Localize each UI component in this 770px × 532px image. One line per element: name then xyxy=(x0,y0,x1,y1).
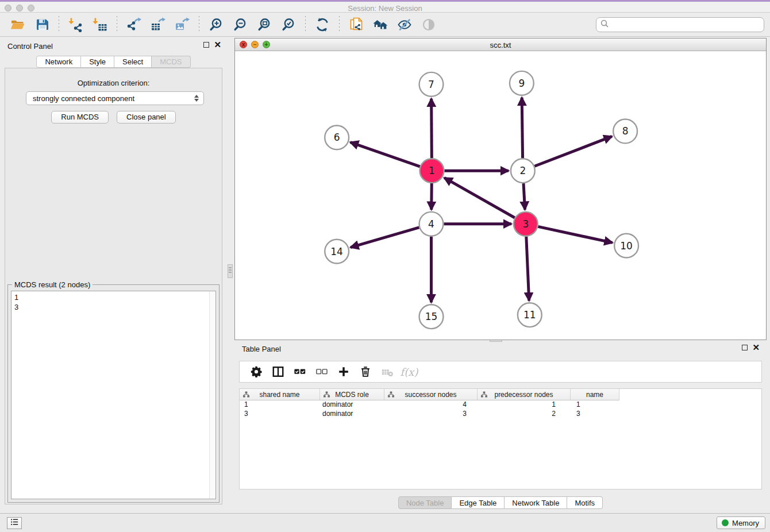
result-scrollbar[interactable] xyxy=(209,291,215,499)
delete-row-icon[interactable] xyxy=(359,365,372,379)
cell-name: 3 xyxy=(571,410,619,419)
zoom-fit-icon[interactable] xyxy=(257,17,272,32)
graph-edge-2-8[interactable] xyxy=(534,136,612,166)
tab-node-table[interactable]: Node Table xyxy=(398,496,452,509)
node-table: shared nameMCDS rolesuccessor nodesprede… xyxy=(239,388,762,489)
graph-node-label: 1 xyxy=(429,165,435,176)
mcds-result-lines: 13 xyxy=(14,292,213,312)
cell-successor-nodes: 4 xyxy=(384,400,478,410)
graph-edge-4-14[interactable] xyxy=(351,228,419,248)
close-panel-icon[interactable]: ✕ xyxy=(214,42,221,48)
close-table-panel-icon[interactable]: ✕ xyxy=(752,345,760,350)
mcds-result-list[interactable]: 13 xyxy=(11,291,216,499)
optimization-criterion-select[interactable]: strongly connected component xyxy=(26,91,204,105)
graph-edge-2-9[interactable] xyxy=(522,98,522,159)
search-box[interactable] xyxy=(596,17,764,32)
table-toolbar: f(x) xyxy=(239,361,762,383)
deselect-all-icon[interactable] xyxy=(315,365,329,379)
zoom-in-icon[interactable] xyxy=(209,17,224,32)
open-session-icon[interactable] xyxy=(10,17,25,32)
cell-predecessor-nodes: 1 xyxy=(478,400,571,410)
optimization-criterion-label: Optimization criterion: xyxy=(5,79,222,87)
graph-node-label: 11 xyxy=(523,309,536,321)
tab-mcds[interactable]: MCDS xyxy=(152,56,190,68)
toolbar-separator xyxy=(117,16,117,33)
graph-node-label: 3 xyxy=(522,218,529,230)
import-table-icon[interactable] xyxy=(93,17,107,32)
graph-edge-1-6[interactable] xyxy=(351,142,420,167)
task-history-button[interactable] xyxy=(7,517,22,529)
tab-edge-table[interactable]: Edge Table xyxy=(452,496,505,509)
export-table-icon[interactable] xyxy=(151,17,165,32)
main-toolbar-icons xyxy=(6,16,441,33)
export-image-icon[interactable] xyxy=(175,17,190,32)
graph-node-label: 14 xyxy=(330,246,343,257)
run-mcds-button[interactable]: Run MCDS xyxy=(51,111,109,124)
save-session-icon[interactable] xyxy=(34,17,49,32)
network-window-titlebar[interactable]: x – + scc.txt xyxy=(235,38,766,51)
table-row[interactable]: 1dominator411 xyxy=(240,400,761,410)
search-input[interactable] xyxy=(609,21,760,29)
float-panel-icon[interactable] xyxy=(203,42,209,48)
graph-edge-1-7[interactable] xyxy=(432,99,432,159)
clone-network-icon[interactable] xyxy=(349,17,364,32)
application-window: Session: New Session Control Panel ✕ Net… xyxy=(0,0,770,532)
selected-criterion: strongly connected component xyxy=(33,94,194,103)
graph-node-label: 6 xyxy=(334,132,340,143)
export-network-icon[interactable] xyxy=(126,17,141,32)
dropdown-chevrons-icon xyxy=(194,95,199,102)
cell-successor-nodes: 3 xyxy=(384,410,478,419)
network-canvas[interactable]: 7968124314101511 xyxy=(235,51,766,340)
cell-predecessor-nodes: 2 xyxy=(478,410,571,419)
settings-gear-icon[interactable] xyxy=(249,365,263,379)
toolbar-separator xyxy=(339,16,340,33)
graph-node-label: 10 xyxy=(620,240,633,252)
result-line: 1 xyxy=(14,292,213,302)
cell-MCDS-role: dominator xyxy=(320,410,384,419)
tab-network-table[interactable]: Network Table xyxy=(505,496,567,509)
import-network-icon[interactable] xyxy=(68,17,83,32)
graph-edge-3-11[interactable] xyxy=(526,237,529,301)
control-panel-title: Control Panel xyxy=(7,42,53,51)
zoom-out-icon[interactable] xyxy=(233,17,248,32)
tab-style[interactable]: Style xyxy=(81,56,114,68)
select-all-icon[interactable] xyxy=(293,365,307,379)
search-icon xyxy=(600,19,609,30)
status-bar: Memory xyxy=(0,513,770,532)
graph-edge-2-3[interactable] xyxy=(523,183,525,210)
memory-button[interactable]: Memory xyxy=(717,516,765,529)
tab-select[interactable]: Select xyxy=(114,56,152,68)
graph-node-label: 7 xyxy=(428,79,434,90)
control-panel-tabs: NetworkStyleSelectMCDS xyxy=(0,56,227,68)
graph-node-label: 8 xyxy=(622,125,629,137)
tab-motifs[interactable]: Motifs xyxy=(567,496,603,509)
graph-edges xyxy=(351,98,613,303)
graph-node-label: 2 xyxy=(519,165,526,176)
column-header-shared-name[interactable]: shared name xyxy=(240,389,320,400)
add-row-icon[interactable] xyxy=(337,365,351,379)
cell-shared-name: 1 xyxy=(240,400,320,410)
refresh-layout-icon[interactable] xyxy=(315,17,330,32)
close-panel-button[interactable]: Close panel xyxy=(117,111,176,124)
tab-network[interactable]: Network xyxy=(36,56,81,68)
network-graph: 7968124314101511 xyxy=(235,51,766,340)
table-row[interactable]: 3dominator323 xyxy=(240,410,761,419)
graph-edge-3-1[interactable] xyxy=(444,178,515,218)
float-table-panel-icon[interactable] xyxy=(742,345,748,350)
network-overview-icon[interactable] xyxy=(373,17,388,32)
column-header-MCDS-role[interactable]: MCDS role xyxy=(320,389,384,400)
toolbar-separator xyxy=(199,16,199,33)
vertical-divider-grip[interactable] xyxy=(228,264,233,278)
graph-node-label: 9 xyxy=(518,78,525,89)
column-header-successor-nodes[interactable]: successor nodes xyxy=(384,389,478,400)
control-panel: Control Panel ✕ NetworkStyleSelectMCDS O… xyxy=(0,37,227,513)
graph-edge-3-10[interactable] xyxy=(538,226,613,242)
function-builder-icon: f(x) xyxy=(402,365,416,379)
column-header-name[interactable]: name xyxy=(571,389,619,400)
zoom-selected-icon[interactable] xyxy=(281,17,296,32)
table-panel-title: Table Panel xyxy=(242,345,281,353)
column-header-predecessor-nodes[interactable]: predecessor nodes xyxy=(478,389,571,400)
split-columns-icon[interactable] xyxy=(271,365,285,379)
hide-graphics-details-icon[interactable] xyxy=(397,17,412,32)
titlebar: Session: New Session xyxy=(0,0,770,13)
